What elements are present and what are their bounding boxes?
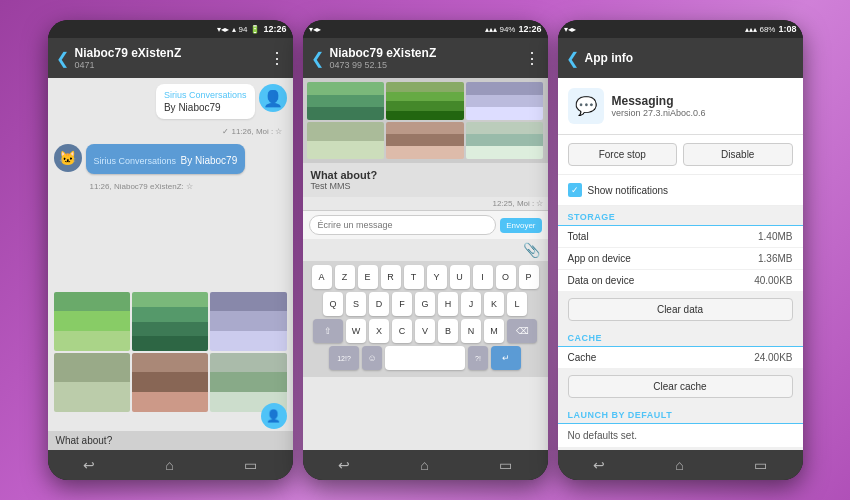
key-K[interactable]: K bbox=[484, 292, 504, 316]
phone1-bottom-bar: ↩ ⌂ ▭ bbox=[48, 450, 293, 480]
key-Z[interactable]: Z bbox=[335, 265, 355, 289]
phone2-time: 12:26 bbox=[518, 24, 541, 34]
phone1: ▾◂▸ ▴ 94 🔋 12:26 ❮ Niaboc79 eXistenZ 047… bbox=[48, 20, 293, 480]
overlay-avatar: 👤 bbox=[261, 403, 287, 429]
phone3-app-bar: ❮ App info bbox=[558, 38, 803, 78]
phone2-app-bar: ❮ Niaboc79 eXistenZ 0473 99 52.15 ⋮ bbox=[303, 38, 548, 78]
phone1-title: Niaboc79 eXistenZ bbox=[75, 46, 263, 60]
cache-section-header: CACHE bbox=[558, 327, 803, 347]
phone1-home-nav[interactable]: ⌂ bbox=[165, 457, 173, 473]
outgoing-message-row: 🐱 Sirius Conversations By Niaboc79 bbox=[54, 144, 287, 174]
key-H[interactable]: H bbox=[438, 292, 458, 316]
clear-cache-button[interactable]: Clear cache bbox=[568, 375, 793, 398]
phone1-more-button[interactable]: ⋮ bbox=[269, 49, 285, 68]
phone3-signal: ▴▴▴ 68% bbox=[745, 25, 775, 34]
app-on-device-value: 1.36MB bbox=[758, 253, 792, 264]
phone2-back-nav[interactable]: ↩ bbox=[338, 457, 350, 473]
key-backspace[interactable]: ⌫ bbox=[507, 319, 537, 343]
phone1-back-button[interactable]: ❮ bbox=[56, 49, 69, 68]
key-U[interactable]: U bbox=[450, 265, 470, 289]
phone1-title-block: Niaboc79 eXistenZ 0471 bbox=[75, 46, 263, 70]
key-O[interactable]: O bbox=[496, 265, 516, 289]
key-W[interactable]: W bbox=[346, 319, 366, 343]
phone3-bottom-bar: ↩ ⌂ ▭ bbox=[558, 450, 803, 480]
battery-icon-p1: 🔋 bbox=[250, 25, 260, 34]
key-Q[interactable]: Q bbox=[323, 292, 343, 316]
key-Y[interactable]: Y bbox=[427, 265, 447, 289]
key-emoji[interactable]: ☺ bbox=[362, 346, 382, 370]
data-on-device-label: Data on device bbox=[568, 275, 635, 286]
phone3-home-nav[interactable]: ⌂ bbox=[675, 457, 683, 473]
phone2-home-nav[interactable]: ⌂ bbox=[420, 457, 428, 473]
phone1-back-nav[interactable]: ↩ bbox=[83, 457, 95, 473]
user-icon: 👤 bbox=[263, 89, 283, 108]
p2-img3 bbox=[466, 82, 544, 120]
key-E[interactable]: E bbox=[358, 265, 378, 289]
p2-img2 bbox=[386, 82, 464, 120]
phone2-message-input[interactable] bbox=[309, 215, 497, 235]
key-enter[interactable]: ↵ bbox=[491, 346, 521, 370]
outgoing-bubble: Sirius Conversations By Niaboc79 bbox=[86, 144, 246, 174]
disable-button[interactable]: Disable bbox=[683, 143, 793, 166]
key-G[interactable]: G bbox=[415, 292, 435, 316]
phone2-more-button[interactable]: ⋮ bbox=[524, 49, 540, 68]
p2-img6 bbox=[466, 122, 544, 160]
phone2-back-button[interactable]: ❮ bbox=[311, 49, 324, 68]
phone2-chat-area: What about? Test MMS bbox=[303, 163, 548, 197]
phone2-recent-nav[interactable]: ▭ bbox=[499, 457, 512, 473]
key-X[interactable]: X bbox=[369, 319, 389, 343]
incoming-avatar: 👤 bbox=[259, 84, 287, 112]
phone1-status-icons: ▾◂▸ ▴ 94 🔋 bbox=[217, 25, 261, 34]
keyboard-row2: Q S D F G H J K L bbox=[307, 292, 544, 316]
key-C[interactable]: C bbox=[392, 319, 412, 343]
key-shift[interactable]: ⇧ bbox=[313, 319, 343, 343]
key-L[interactable]: L bbox=[507, 292, 527, 316]
key-numbers[interactable]: 12!? bbox=[329, 346, 359, 370]
total-value: 1.40MB bbox=[758, 231, 792, 242]
key-R[interactable]: R bbox=[381, 265, 401, 289]
phone3-recent-nav[interactable]: ▭ bbox=[754, 457, 767, 473]
notif-checkbox[interactable]: ✓ bbox=[568, 183, 582, 197]
app-info-header: 💬 Messaging version 27.3.niAboc.0.6 bbox=[558, 78, 803, 135]
attach-icon[interactable]: 📎 bbox=[523, 242, 540, 258]
phone3-back-button[interactable]: ❮ bbox=[566, 49, 579, 68]
action-buttons: Force stop Disable bbox=[558, 135, 803, 175]
img-cell-1 bbox=[54, 292, 130, 351]
cache-row: Cache 24.00KB bbox=[558, 347, 803, 369]
phone2-timestamp: 12:25, Moi : ☆ bbox=[303, 197, 548, 210]
clear-data-button[interactable]: Clear data bbox=[568, 298, 793, 321]
cache-value: 24.00KB bbox=[754, 352, 792, 363]
messaging-icon: 💬 bbox=[575, 95, 597, 117]
data-on-device-row: Data on device 40.00KB bbox=[558, 270, 803, 292]
key-F[interactable]: F bbox=[392, 292, 412, 316]
key-M[interactable]: M bbox=[484, 319, 504, 343]
key-I[interactable]: I bbox=[473, 265, 493, 289]
key-space[interactable] bbox=[385, 346, 465, 370]
phone3-back-nav[interactable]: ↩ bbox=[593, 457, 605, 473]
show-notifications-label: Show notifications bbox=[588, 185, 669, 196]
battery-percent: 94 bbox=[239, 25, 248, 34]
phone1-what-about: What about? bbox=[48, 431, 293, 450]
key-V[interactable]: V bbox=[415, 319, 435, 343]
phone3-title-block: App info bbox=[585, 51, 795, 65]
img-cell-2 bbox=[132, 292, 208, 351]
key-punctuation[interactable]: ?! bbox=[468, 346, 488, 370]
phone2-send-button[interactable]: Envoyer bbox=[500, 218, 541, 233]
phone2-image-grid bbox=[303, 78, 548, 163]
key-T[interactable]: T bbox=[404, 265, 424, 289]
key-J[interactable]: J bbox=[461, 292, 481, 316]
key-A[interactable]: A bbox=[312, 265, 332, 289]
key-N[interactable]: N bbox=[461, 319, 481, 343]
incoming-message-row: Sirius Conversations By Niaboc79 👤 bbox=[54, 84, 287, 119]
phone3-app-info: 💬 Messaging version 27.3.niAboc.0.6 Forc… bbox=[558, 78, 803, 450]
outgoing-name: Sirius Conversations bbox=[94, 156, 177, 166]
key-D[interactable]: D bbox=[369, 292, 389, 316]
phone2-signal: ▴▴▴ 94% bbox=[485, 25, 515, 34]
key-B[interactable]: B bbox=[438, 319, 458, 343]
phone1-recent-nav[interactable]: ▭ bbox=[244, 457, 257, 473]
key-P[interactable]: P bbox=[519, 265, 539, 289]
phone2-title-block: Niaboc79 eXistenZ 0473 99 52.15 bbox=[330, 46, 518, 70]
key-S[interactable]: S bbox=[346, 292, 366, 316]
phone2-what-about: What about? bbox=[311, 169, 540, 181]
force-stop-button[interactable]: Force stop bbox=[568, 143, 678, 166]
